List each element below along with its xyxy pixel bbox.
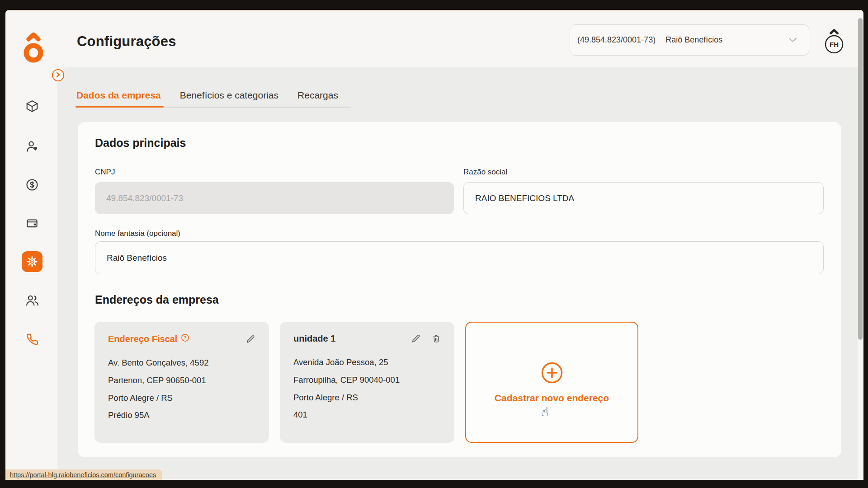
address-card-unidade-1: unidade 1 [280, 322, 454, 443]
settings-gear-icon [25, 255, 39, 268]
add-address-label: Cadastrar novo endereço [495, 393, 609, 404]
address-line: Avenida João Pessoa, 25 [293, 354, 441, 371]
cnpj-label: CNPJ [95, 168, 115, 177]
content-panel: Dados da empresa Benefícios e categorias… [57, 67, 858, 480]
address-line: Av. Bento Gonçalves, 4592 [108, 354, 255, 372]
sidebar-item-wallet[interactable] [22, 213, 42, 234]
nome-fantasia-label: Nome fantasia (opcional) [95, 229, 180, 238]
address-line: Farroupilha, CEP 90040-001 [293, 371, 441, 389]
plus-circle-icon [540, 361, 564, 386]
link-url-statusbar: https://portal-hlg.raiobeneficios.com/co… [5, 469, 162, 480]
sidebar [5, 10, 57, 480]
svg-text:FH: FH [830, 41, 839, 48]
company-selector-name: Raiô Benefícios [665, 35, 722, 45]
sidebar-expand-button[interactable] [52, 69, 64, 81]
section-heading-dados-principais: Dados principais [95, 136, 186, 150]
sidebar-item-finance[interactable] [22, 174, 42, 195]
edit-address-icon[interactable] [411, 334, 421, 343]
vertical-scrollbar[interactable] [858, 18, 863, 340]
tab-dados-da-empresa[interactable]: Dados da empresa [76, 90, 161, 101]
address-line: Prédio 95A [108, 407, 255, 424]
user-avatar[interactable]: FH [824, 28, 844, 55]
hand-cursor-icon: ☝ [541, 405, 548, 419]
address-lines: Av. Bento Gonçalves, 4592 Partenon, CEP … [108, 354, 255, 424]
razao-social-input[interactable] [463, 182, 824, 214]
sidebar-item-support[interactable] [22, 328, 42, 349]
raio-logo [23, 33, 44, 65]
users-icon [25, 294, 39, 307]
company-data-card: Dados principais CNPJ Razão social Nome … [78, 122, 841, 457]
tab-bar: Dados da empresa Benefícios e categorias… [76, 90, 350, 108]
app-window: Configurações (49.854.823/0001-73) Raiô … [5, 10, 863, 480]
delete-address-icon[interactable] [432, 334, 441, 343]
company-selector-cnpj: (49.854.823/0001-73) [577, 35, 656, 45]
package-icon [25, 99, 39, 113]
chevron-down-icon [788, 38, 797, 42]
nome-fantasia-input[interactable] [95, 241, 824, 274]
address-line: 401 [293, 406, 441, 424]
address-lines: Avenida João Pessoa, 25 Farroupilha, CEP… [293, 354, 441, 424]
address-card-title: unidade 1 [293, 333, 335, 344]
tab-recargas[interactable]: Recargas [297, 90, 338, 101]
cnpj-input [95, 182, 454, 214]
address-line: Porto Alegre / RS [293, 389, 441, 407]
user-heart-icon [25, 140, 39, 153]
sidebar-item-products[interactable] [22, 96, 42, 117]
address-line: Porto Alegre / RS [108, 389, 255, 407]
help-icon[interactable]: ? [181, 333, 189, 344]
page-title: Configurações [77, 33, 176, 50]
company-selector[interactable]: (49.854.823/0001-73) Raiô Benefícios [570, 24, 809, 56]
address-line: Partenon, CEP 90650-001 [108, 372, 255, 389]
razao-social-label: Razão social [463, 168, 507, 177]
tab-beneficios-e-categorias[interactable]: Benefícios e categorias [180, 90, 278, 101]
edit-address-icon[interactable] [246, 334, 255, 344]
wallet-icon [25, 216, 39, 230]
section-heading-enderecos: Endereços da empresa [95, 293, 219, 306]
address-card-fiscal: Endereço Fiscal ? [94, 322, 269, 443]
chevron-right-icon [56, 71, 60, 80]
coin-dollar-icon [25, 178, 39, 192]
svg-text:?: ? [184, 335, 187, 340]
sidebar-item-collaborators[interactable] [22, 136, 42, 157]
sidebar-item-team[interactable] [22, 290, 42, 311]
add-address-button[interactable]: Cadastrar novo endereço ☝ [465, 322, 638, 443]
sidebar-item-settings[interactable] [22, 251, 42, 272]
address-card-title: Endereço Fiscal ? [108, 333, 189, 344]
phone-icon [26, 333, 39, 346]
